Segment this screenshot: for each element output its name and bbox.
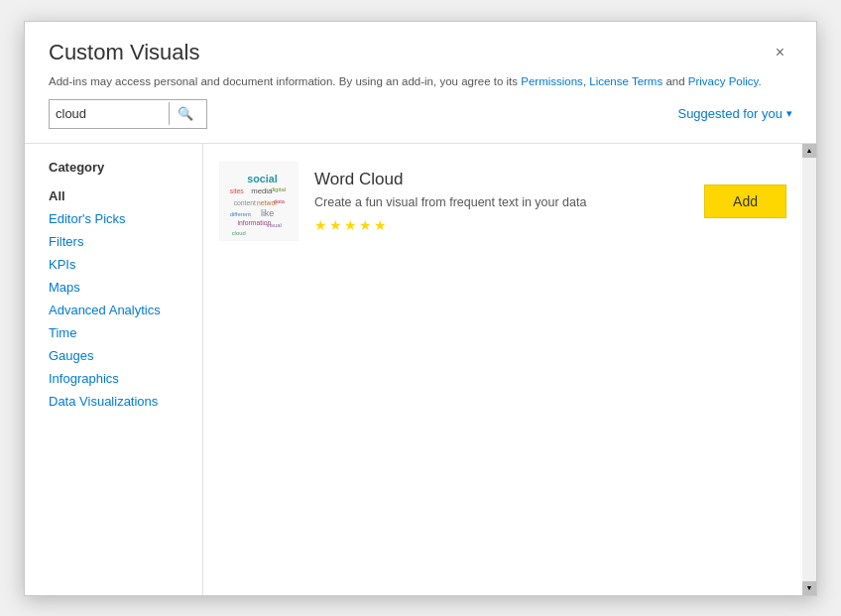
visual-info: Word Cloud Create a fun visual from freq… xyxy=(314,170,688,233)
scrollbar-down-button[interactable]: ▼ xyxy=(802,581,816,595)
search-input[interactable] xyxy=(50,102,169,125)
svg-text:social: social xyxy=(247,172,277,184)
svg-text:visual: visual xyxy=(267,222,282,228)
sidebar-item-all[interactable]: All xyxy=(49,185,202,207)
visual-item-word-cloud: social sites media digital content netwo… xyxy=(203,144,816,259)
word-cloud-thumbnail: social sites media digital content netwo… xyxy=(219,162,299,241)
svg-text:like: like xyxy=(261,207,274,217)
search-box: 🔍 xyxy=(49,99,207,129)
chevron-down-icon: ▾ xyxy=(786,107,792,120)
svg-text:cloud: cloud xyxy=(232,230,246,236)
svg-text:sites: sites xyxy=(230,187,245,194)
scrollbar-track: ▲ ▼ xyxy=(802,144,816,595)
sidebar-item-gauges[interactable]: Gauges xyxy=(49,344,202,367)
svg-text:different: different xyxy=(230,210,251,216)
dialog-title: Custom Visuals xyxy=(49,40,199,65)
svg-text:digital: digital xyxy=(271,186,286,192)
suggested-for-you-button[interactable]: Suggested for you ▾ xyxy=(677,106,792,121)
scrollbar-up-button[interactable]: ▲ xyxy=(802,144,816,158)
category-label: Category xyxy=(49,160,202,175)
svg-text:content: content xyxy=(234,198,256,205)
sidebar-item-editors-picks[interactable]: Editor's Picks xyxy=(49,207,202,230)
sidebar: Category All Editor's Picks Filters KPIs… xyxy=(25,144,203,595)
dialog-header: Custom Visuals × xyxy=(25,22,816,75)
word-cloud-svg: social sites media digital content netwo… xyxy=(220,163,298,240)
star-rating: ★★★★★ xyxy=(314,217,688,233)
search-button[interactable]: 🔍 xyxy=(169,102,201,125)
sidebar-item-time[interactable]: Time xyxy=(49,321,202,344)
main-content: social sites media digital content netwo… xyxy=(203,144,816,595)
sidebar-item-data-visualizations[interactable]: Data Visualizations xyxy=(49,390,202,413)
dialog-body: Category All Editor's Picks Filters KPIs… xyxy=(25,143,816,595)
sidebar-item-maps[interactable]: Maps xyxy=(49,276,202,299)
disclaimer-text: Add-ins may access personal and document… xyxy=(25,75,816,99)
close-button[interactable]: × xyxy=(768,41,792,64)
sidebar-item-kpis[interactable]: KPIs xyxy=(49,253,202,276)
custom-visuals-dialog: Custom Visuals × Add-ins may access pers… xyxy=(24,21,817,596)
visual-description: Create a fun visual from frequent text i… xyxy=(314,195,688,209)
svg-text:data: data xyxy=(274,197,286,203)
sidebar-item-filters[interactable]: Filters xyxy=(49,230,202,253)
sidebar-item-advanced-analytics[interactable]: Advanced Analytics xyxy=(49,299,202,321)
add-button[interactable]: Add xyxy=(704,185,786,218)
visual-name: Word Cloud xyxy=(314,170,688,189)
sidebar-item-infographics[interactable]: Infographics xyxy=(49,367,202,390)
search-row: 🔍 Suggested for you ▾ xyxy=(25,99,816,143)
